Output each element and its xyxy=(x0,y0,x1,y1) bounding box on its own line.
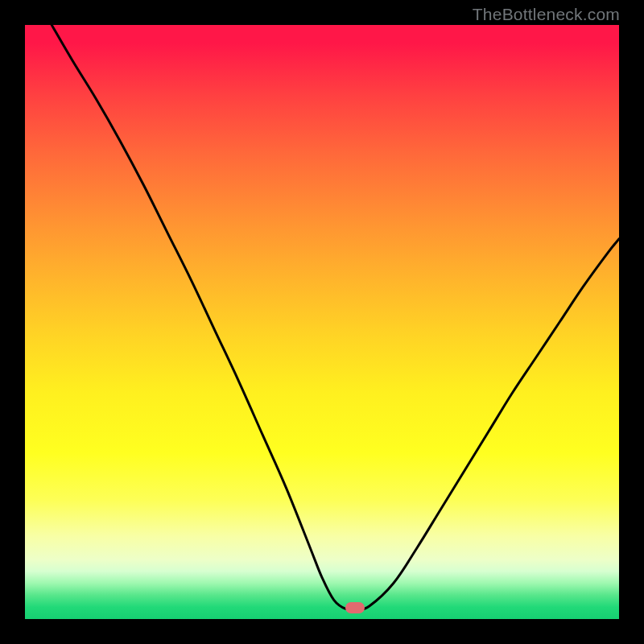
optimal-marker xyxy=(345,602,365,613)
bottleneck-curve xyxy=(25,25,619,619)
plot-area xyxy=(25,25,619,619)
watermark-text: TheBottleneck.com xyxy=(473,5,620,24)
chart-frame: TheBottleneck.com xyxy=(0,0,644,644)
